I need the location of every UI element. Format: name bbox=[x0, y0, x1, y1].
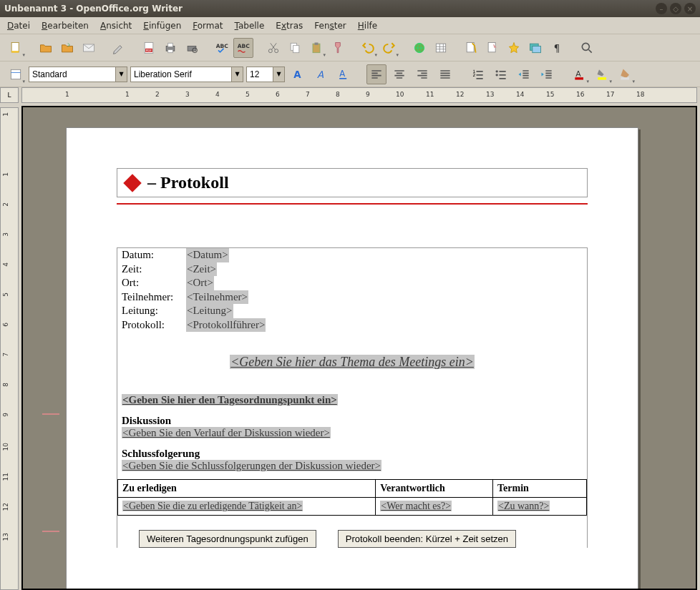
style-input[interactable] bbox=[29, 67, 115, 82]
field-theme[interactable]: <Geben Sie hier das Thema des Meetings e… bbox=[230, 355, 475, 369]
svg-text:A: A bbox=[293, 69, 301, 80]
minimize-button[interactable]: – bbox=[656, 3, 667, 14]
page[interactable]: – Protokoll Datum:<Datum> Zeit:<Zeit> Or… bbox=[66, 127, 638, 590]
ruler-tick: 17 bbox=[606, 91, 614, 98]
ruler-vertical[interactable]: 112345678910111213 bbox=[0, 107, 19, 590]
new-button[interactable] bbox=[6, 38, 26, 58]
highlight-button[interactable] bbox=[593, 64, 613, 84]
field-ort[interactable]: <Ort> bbox=[186, 276, 214, 290]
field-datum[interactable]: <Datum> bbox=[186, 248, 229, 262]
menu-hilfe[interactable]: Hilfe bbox=[354, 19, 381, 32]
field-leitung[interactable]: <Leitung> bbox=[186, 304, 233, 318]
window-controls: – ◇ × bbox=[656, 3, 696, 14]
ruler-tick: 10 bbox=[2, 443, 9, 451]
document-button[interactable] bbox=[461, 38, 481, 58]
print-preview-button[interactable] bbox=[182, 38, 202, 58]
style-dropdown-icon[interactable]: ▼ bbox=[115, 67, 127, 82]
svg-rect-0 bbox=[11, 42, 19, 51]
format-paintbrush-button[interactable] bbox=[328, 38, 348, 58]
page-title: – Protokoll bbox=[147, 173, 229, 192]
hyperlink-button[interactable] bbox=[409, 38, 429, 58]
email-button[interactable] bbox=[79, 38, 99, 58]
workspace: L 1123456789101112131415161718 112345678… bbox=[0, 87, 700, 590]
add-agenda-button[interactable]: Weiteren Tagesordnungspunkt zufügen bbox=[139, 530, 316, 548]
size-dropdown-icon[interactable]: ▼ bbox=[273, 67, 284, 82]
ruler-corner: L bbox=[0, 87, 19, 103]
ruler-tick: 4 bbox=[2, 262, 9, 267]
spellcheck-button[interactable]: ABC bbox=[212, 38, 232, 58]
copy-button[interactable] bbox=[285, 38, 305, 58]
label-ort: Ort: bbox=[122, 276, 182, 290]
svg-text:ABC: ABC bbox=[238, 43, 251, 49]
menu-einfuegen[interactable]: Einfügen bbox=[139, 19, 185, 32]
cut-button[interactable] bbox=[263, 38, 283, 58]
bullet-list-button[interactable] bbox=[491, 64, 511, 84]
font-input[interactable] bbox=[131, 67, 231, 82]
undo-button[interactable] bbox=[358, 38, 378, 58]
print-button[interactable] bbox=[160, 38, 180, 58]
zoom-button[interactable] bbox=[577, 38, 597, 58]
field-diskussion[interactable]: <Geben Sie den Verlauf der Diskussion wi… bbox=[122, 427, 331, 438]
nonprinting-button[interactable]: ¶ bbox=[547, 38, 567, 58]
todo-table: Zu erledigen Verantwortlich Termin <Gebe… bbox=[117, 479, 587, 516]
navigator-button[interactable] bbox=[504, 38, 524, 58]
autospell-button[interactable]: ABC bbox=[233, 38, 253, 58]
field-wann[interactable]: <Zu wann?> bbox=[497, 501, 550, 511]
numbered-list-button[interactable]: 12 bbox=[468, 64, 488, 84]
align-left-button[interactable] bbox=[366, 64, 387, 84]
paste-button[interactable] bbox=[306, 38, 326, 58]
gallery-button[interactable] bbox=[525, 38, 545, 58]
decrease-indent-button[interactable] bbox=[514, 64, 534, 84]
styles-window-button[interactable] bbox=[6, 64, 26, 84]
menu-datei[interactable]: Datei bbox=[3, 19, 34, 32]
th-termin: Termin bbox=[493, 480, 587, 498]
maximize-button[interactable]: ◇ bbox=[670, 3, 681, 14]
bold-button[interactable]: A bbox=[288, 64, 308, 84]
font-combo[interactable]: ▼ bbox=[130, 67, 243, 82]
field-taetigkeit[interactable]: <Geben Sie die zu erledigende Tätigkeit … bbox=[122, 501, 303, 511]
increase-indent-button[interactable] bbox=[537, 64, 557, 84]
th-verantwortlich: Verantwortlich bbox=[376, 480, 493, 498]
field-zeit[interactable]: <Zeit> bbox=[186, 262, 217, 277]
open-button[interactable] bbox=[36, 38, 56, 58]
menu-format[interactable]: Format bbox=[188, 19, 227, 32]
underline-button[interactable]: A bbox=[334, 64, 354, 84]
italic-button[interactable]: A bbox=[311, 64, 331, 84]
bgcolor-button[interactable] bbox=[616, 64, 636, 84]
ruler-tick: 6 bbox=[276, 91, 280, 98]
field-wer[interactable]: <Wer macht es?> bbox=[380, 501, 452, 511]
pdf-export-button[interactable]: PDF bbox=[139, 38, 159, 58]
size-input[interactable] bbox=[247, 67, 273, 82]
field-protokoll[interactable]: <Protokollführer> bbox=[186, 318, 266, 333]
finish-protocol-button[interactable]: Protokoll beenden: Kürzel + Zeit setzen bbox=[338, 530, 516, 548]
font-dropdown-icon[interactable]: ▼ bbox=[231, 67, 243, 82]
ruler-horizontal[interactable]: 1123456789101112131415161718 bbox=[21, 87, 697, 103]
ruler-tick: 3 bbox=[185, 91, 190, 98]
menu-extras[interactable]: Extras bbox=[271, 19, 307, 32]
field-agenda[interactable]: <Geben Sie hier den Tagesordnungspunkt e… bbox=[122, 394, 338, 405]
document-area[interactable]: – Protokoll Datum:<Datum> Zeit:<Zeit> Or… bbox=[21, 106, 697, 590]
align-center-button[interactable] bbox=[389, 64, 409, 84]
ruler-tick: 1 bbox=[2, 172, 9, 177]
menu-fenster[interactable]: Fenster bbox=[310, 19, 351, 32]
menu-tabelle[interactable]: Tabelle bbox=[230, 19, 269, 32]
margin-mark-icon bbox=[42, 531, 59, 532]
edit-button[interactable] bbox=[109, 38, 129, 58]
svg-rect-9 bbox=[188, 46, 196, 51]
save-button[interactable] bbox=[57, 38, 77, 58]
size-combo[interactable]: ▼ bbox=[246, 67, 285, 82]
styles-button[interactable] bbox=[482, 38, 502, 58]
close-button[interactable]: × bbox=[684, 3, 696, 14]
svg-rect-8 bbox=[168, 49, 173, 52]
svg-point-26 bbox=[582, 43, 589, 50]
field-teilnehmer[interactable]: <Teilnehmer> bbox=[186, 290, 248, 305]
align-right-button[interactable] bbox=[412, 64, 432, 84]
table-button[interactable] bbox=[431, 38, 451, 58]
field-schluss[interactable]: <Geben Sie die Schlussfolgerungen der Di… bbox=[122, 460, 381, 471]
menu-bearbeiten[interactable]: Bearbeiten bbox=[37, 19, 93, 32]
align-justify-button[interactable] bbox=[435, 64, 455, 84]
redo-button[interactable] bbox=[379, 38, 399, 58]
font-color-button[interactable]: A bbox=[570, 64, 590, 84]
menu-ansicht[interactable]: Ansicht bbox=[96, 19, 136, 32]
style-combo[interactable]: ▼ bbox=[29, 67, 127, 82]
